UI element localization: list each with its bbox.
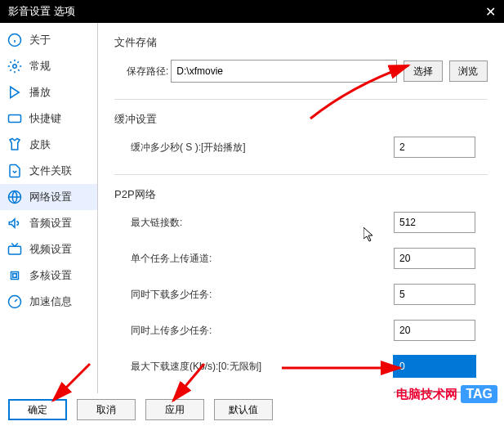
sidebar-item-label: 视频设置 bbox=[29, 242, 72, 257]
sidebar-item-play[interactable]: 播放 bbox=[0, 79, 97, 105]
upload-channel-input[interactable] bbox=[394, 248, 475, 269]
upload-channel-row: 单个任务上传通道: bbox=[114, 248, 488, 269]
up-tasks-input[interactable] bbox=[394, 320, 475, 341]
sidebar-item-about[interactable]: 关于 bbox=[0, 27, 97, 53]
titlebar: 影音设置 选项 ✕ bbox=[0, 0, 504, 23]
watermark: 电脑技术网 TAG bbox=[396, 385, 497, 403]
sidebar-item-multicore[interactable]: 多核设置 bbox=[0, 262, 97, 289]
shirt-icon bbox=[7, 137, 23, 153]
watermark-site: 电脑技术网 bbox=[396, 387, 457, 402]
sidebar-item-label: 快捷键 bbox=[29, 111, 61, 126]
watermark-tag: TAG bbox=[461, 385, 497, 403]
svg-rect-11 bbox=[9, 246, 21, 254]
sidebar-item-label: 播放 bbox=[29, 85, 51, 100]
ok-button[interactable]: 确定 bbox=[8, 399, 67, 420]
separator bbox=[114, 99, 488, 100]
tv-icon bbox=[7, 241, 23, 258]
sidebar-item-label: 皮肤 bbox=[29, 137, 51, 152]
p2p-title: P2P网络 bbox=[114, 187, 488, 202]
sidebar-item-accel[interactable]: 加速信息 bbox=[0, 289, 97, 315]
gauge-icon bbox=[7, 294, 23, 310]
max-conn-label: 最大链接数: bbox=[114, 216, 182, 230]
path-row: 保存路径: 选择 浏览 bbox=[114, 60, 488, 83]
main-area: 关于 常规 播放 快捷键 皮肤 文件关联 网络设置 音频设置 bbox=[0, 23, 504, 393]
globe-icon bbox=[7, 189, 23, 205]
sidebar-item-label: 常规 bbox=[29, 59, 51, 74]
close-icon[interactable]: ✕ bbox=[485, 4, 496, 20]
play-icon bbox=[7, 84, 23, 101]
down-tasks-input[interactable] bbox=[394, 284, 475, 305]
sidebar-item-label: 网络设置 bbox=[29, 190, 72, 204]
buffer-label: 缓冲多少秒( S ):[开始播放] bbox=[114, 141, 246, 155]
sidebar-item-assoc[interactable]: 文件关联 bbox=[0, 158, 97, 184]
svg-marker-4 bbox=[11, 87, 20, 98]
buffer-input[interactable] bbox=[394, 137, 475, 158]
sidebar-item-audio[interactable]: 音频设置 bbox=[0, 210, 97, 236]
default-button[interactable]: 默认值 bbox=[214, 399, 273, 420]
mouse-cursor-icon bbox=[364, 227, 377, 244]
buffer-title: 缓冲设置 bbox=[114, 112, 488, 127]
svg-line-15 bbox=[15, 299, 17, 302]
max-down-label: 最大下载速度(Kb/s):[0:无限制] bbox=[114, 360, 261, 374]
storage-section: 文件存储 保存路径: 选择 浏览 bbox=[114, 35, 488, 83]
sidebar-item-network[interactable]: 网络设置 bbox=[0, 184, 97, 210]
sidebar: 关于 常规 播放 快捷键 皮肤 文件关联 网络设置 音频设置 bbox=[0, 23, 98, 393]
max-conn-input[interactable] bbox=[394, 212, 475, 233]
sidebar-item-label: 加速信息 bbox=[29, 294, 72, 309]
save-path-input[interactable] bbox=[171, 60, 397, 83]
file-icon bbox=[7, 163, 23, 179]
sidebar-item-skin[interactable]: 皮肤 bbox=[0, 132, 97, 158]
sidebar-item-label: 关于 bbox=[29, 33, 51, 47]
cancel-button[interactable]: 取消 bbox=[77, 399, 136, 420]
sidebar-item-general[interactable]: 常规 bbox=[0, 53, 97, 79]
sidebar-item-shortcut[interactable]: 快捷键 bbox=[0, 105, 97, 132]
svg-rect-5 bbox=[9, 115, 21, 123]
sidebar-item-label: 文件关联 bbox=[29, 164, 72, 178]
path-label: 保存路径: bbox=[114, 65, 171, 78]
keyboard-icon bbox=[7, 110, 23, 127]
sidebar-item-label: 多核设置 bbox=[29, 268, 72, 283]
browse-button[interactable]: 浏览 bbox=[449, 61, 488, 82]
max-down-input[interactable] bbox=[394, 356, 475, 377]
storage-title: 文件存储 bbox=[114, 35, 488, 50]
max-conn-row: 最大链接数: bbox=[114, 212, 488, 233]
separator bbox=[114, 174, 488, 175]
max-down-row: 最大下载速度(Kb/s):[0:无限制] bbox=[114, 356, 488, 377]
cpu-icon bbox=[7, 267, 23, 284]
upload-channel-label: 单个任务上传通道: bbox=[114, 252, 212, 266]
down-tasks-row: 同时下载多少任务: bbox=[114, 284, 488, 305]
svg-point-3 bbox=[13, 65, 17, 69]
gear-icon bbox=[7, 58, 23, 74]
sidebar-item-video[interactable]: 视频设置 bbox=[0, 236, 97, 262]
buffer-section: 缓冲设置 缓冲多少秒( S ):[开始播放] bbox=[114, 112, 488, 158]
svg-rect-12 bbox=[11, 272, 19, 280]
down-tasks-label: 同时下载多少任务: bbox=[114, 288, 212, 302]
up-tasks-row: 同时上传多少任务: bbox=[114, 320, 488, 341]
audio-icon bbox=[7, 215, 23, 231]
p2p-section: P2P网络 最大链接数: 单个任务上传通道: 同时下载多少任务: 同时上传多少任… bbox=[114, 187, 488, 393]
up-tasks-label: 同时上传多少任务: bbox=[114, 324, 212, 338]
buffer-row: 缓冲多少秒( S ):[开始播放] bbox=[114, 137, 488, 158]
sidebar-item-label: 音频设置 bbox=[29, 216, 72, 231]
content-panel: 文件存储 保存路径: 选择 浏览 缓冲设置 缓冲多少秒( S ):[开始播放] … bbox=[98, 23, 504, 393]
window-title: 影音设置 选项 bbox=[8, 4, 75, 19]
apply-button[interactable]: 应用 bbox=[145, 399, 204, 420]
svg-rect-13 bbox=[13, 274, 17, 278]
info-icon bbox=[7, 32, 23, 48]
select-button[interactable]: 选择 bbox=[404, 61, 442, 82]
